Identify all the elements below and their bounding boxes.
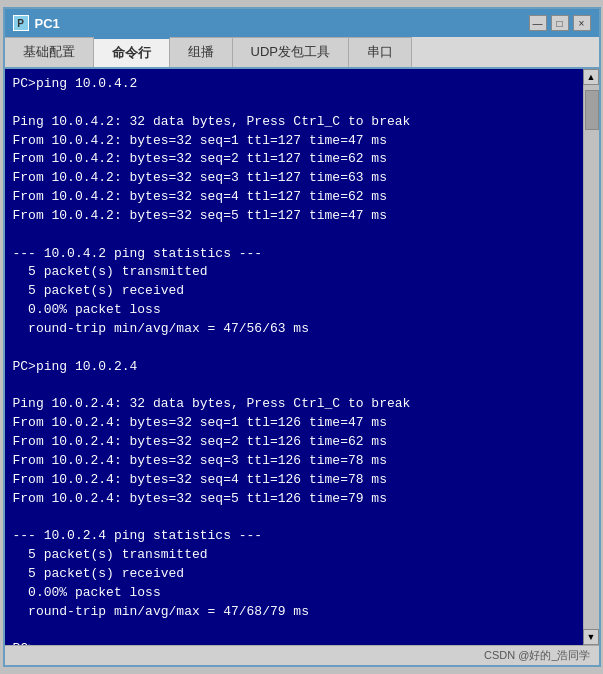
scroll-up-button[interactable]: ▲ <box>583 69 599 85</box>
scroll-down-button[interactable]: ▼ <box>583 629 599 645</box>
main-window: P PC1 — □ × 基础配置 命令行 组播 UDP发包工具 串口 PC>pi… <box>3 7 601 667</box>
scroll-thumb[interactable] <box>585 90 599 130</box>
tab-udp-tool[interactable]: UDP发包工具 <box>233 37 349 67</box>
close-button[interactable]: × <box>573 15 591 31</box>
maximize-button[interactable]: □ <box>551 15 569 31</box>
content-area: PC>ping 10.0.4.2 Ping 10.0.4.2: 32 data … <box>5 69 599 645</box>
title-bar: P PC1 — □ × <box>5 9 599 37</box>
tab-serial[interactable]: 串口 <box>349 37 412 67</box>
tab-multicast[interactable]: 组播 <box>170 37 233 67</box>
scroll-track <box>584 85 599 629</box>
title-bar-controls: — □ × <box>529 15 591 31</box>
status-text: CSDN @好的_浩同学 <box>484 648 591 663</box>
window-icon: P <box>13 15 29 31</box>
minimize-button[interactable]: — <box>529 15 547 31</box>
status-bar: CSDN @好的_浩同学 <box>5 645 599 665</box>
tab-command-line[interactable]: 命令行 <box>94 37 170 67</box>
window-title: PC1 <box>35 16 60 31</box>
scrollbar[interactable]: ▲ ▼ <box>583 69 599 645</box>
title-bar-left: P PC1 <box>13 15 60 31</box>
tab-bar: 基础配置 命令行 组播 UDP发包工具 串口 <box>5 37 599 69</box>
tab-basic-config[interactable]: 基础配置 <box>5 37 94 67</box>
terminal-output[interactable]: PC>ping 10.0.4.2 Ping 10.0.4.2: 32 data … <box>5 69 583 645</box>
